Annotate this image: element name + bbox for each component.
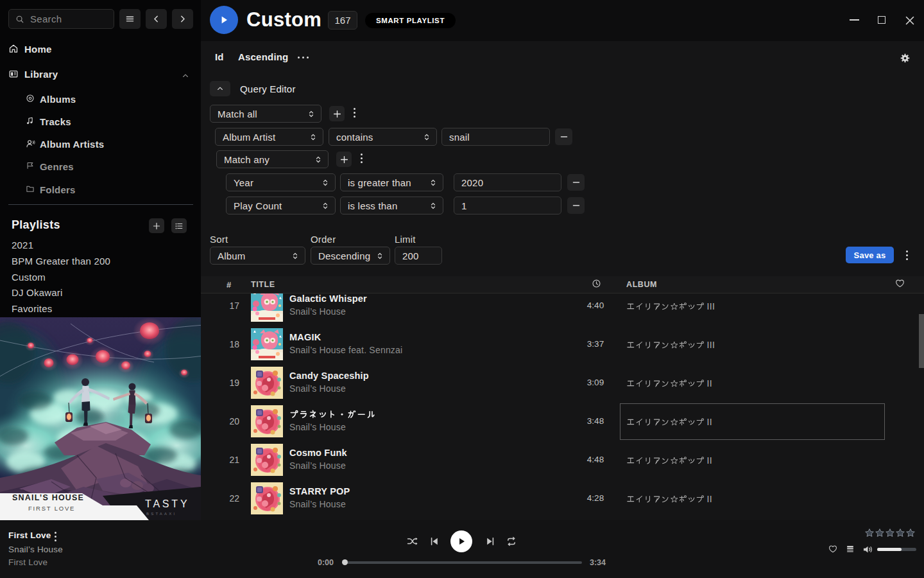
- svg-text:BSTAAXI: BSTAAXI: [146, 512, 176, 516]
- svg-text:TASTY: TASTY: [145, 498, 189, 509]
- svg-text:SNAIL’S HOUSE: SNAIL’S HOUSE: [12, 493, 84, 502]
- svg-text:FIRST LOVE: FIRST LOVE: [28, 505, 75, 512]
